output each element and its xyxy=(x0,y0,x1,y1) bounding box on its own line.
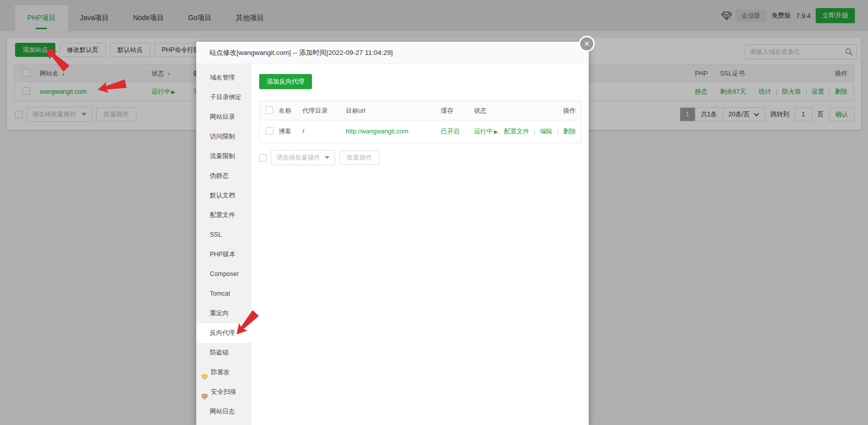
proxy-header-actions: 操作 xyxy=(563,106,576,115)
app-window: PHP项目 Java项目 Node项目 Go项目 其他项目 企业版 免费版 7.… xyxy=(0,0,868,425)
proxy-action-delete[interactable]: 删除 xyxy=(563,127,576,136)
proxy-dir: / xyxy=(302,128,304,135)
modal-title: 站点修改[wangwangit.com] -- 添加时间[2022-09-27 … xyxy=(196,42,589,64)
checkbox-icon[interactable] xyxy=(266,106,273,114)
sidebar-item-subdir-bind[interactable]: 子目录绑定 xyxy=(196,88,252,107)
play-icon: ▶ xyxy=(494,129,498,134)
sidebar-item-site-dir[interactable]: 网站目录 xyxy=(196,107,252,127)
sidebar-item-tomcat[interactable]: Tomcat xyxy=(196,284,252,304)
sidebar-item-access-limit[interactable]: 访问限制 xyxy=(196,127,252,147)
proxy-header-name: 名称 xyxy=(279,106,291,115)
checkbox-icon[interactable] xyxy=(266,127,273,134)
sidebar-item-composer[interactable]: Composer xyxy=(196,264,252,284)
close-icon: ✕ xyxy=(584,40,590,48)
proxy-header-dir: 代理目录 xyxy=(302,106,328,115)
site-modify-modal: ✕ 站点修改[wangwangit.com] -- 添加时间[2022-09-2… xyxy=(196,42,589,425)
proxy-batch-apply-button[interactable]: 批量操作 xyxy=(339,151,379,165)
sidebar-item-config-file[interactable]: 配置文件 xyxy=(196,205,252,225)
modal-sidebar: 域名管理 子目录绑定 网站目录 访问限制 流量限制 伪静态 默认文档 配置文件 … xyxy=(196,64,252,425)
proxy-row-actions: 配置文件 编辑 删除 xyxy=(504,127,576,136)
sidebar-item-tamper-proof[interactable]: 防篡改 xyxy=(196,363,252,382)
sidebar-item-site-log[interactable]: 网站日志 xyxy=(196,402,252,421)
proxy-batch-checkbox[interactable] xyxy=(259,154,267,162)
proxy-action-config-file[interactable]: 配置文件 xyxy=(504,127,540,136)
proxy-header-target: 目标url xyxy=(346,106,365,115)
sidebar-item-php-version[interactable]: PHP版本 xyxy=(196,245,252,264)
proxy-name: 博客 xyxy=(279,127,291,136)
add-reverse-proxy-button[interactable]: 添加反向代理 xyxy=(259,74,312,89)
sidebar-item-domain-manage[interactable]: 域名管理 xyxy=(196,68,252,88)
proxy-batch-select-placeholder: 请选择批量操作 xyxy=(276,154,321,162)
proxy-select-all-checkbox[interactable] xyxy=(266,106,273,115)
proxy-status-label: 运行中 xyxy=(474,128,493,135)
modal-content: 添加反向代理 名称 代理目录 目标url 缓存 状态 操作 博客 / http:… xyxy=(252,64,589,425)
proxy-status-link[interactable]: 运行中▶ xyxy=(474,127,498,136)
modal-close-button[interactable]: ✕ xyxy=(579,36,595,52)
proxy-table-row: 博客 / http://wangwangit.com 已开启 运行中▶ 配置文件… xyxy=(260,120,581,143)
proxy-header-status: 状态 xyxy=(474,106,487,115)
proxy-table-header: 名称 代理目录 目标url 缓存 状态 操作 xyxy=(260,101,581,120)
proxy-batch-select[interactable]: 请选择批量操作 xyxy=(271,150,335,165)
sidebar-item-tamper-proof-label: 防篡改 xyxy=(211,369,230,376)
sidebar-item-security-scan-label: 安全扫描 xyxy=(211,388,236,395)
proxy-header-cache: 缓存 xyxy=(441,106,453,115)
sidebar-item-hotlink-protect[interactable]: 防盗链 xyxy=(196,343,252,363)
sidebar-item-traffic-limit[interactable]: 流量限制 xyxy=(196,147,252,166)
proxy-row-checkbox[interactable] xyxy=(266,127,273,136)
proxy-target-url-link[interactable]: http://wangwangit.com xyxy=(346,128,408,135)
proxy-table: 名称 代理目录 目标url 缓存 状态 操作 博客 / http://wangw… xyxy=(259,101,581,143)
sidebar-item-rewrite[interactable]: 伪静态 xyxy=(196,166,252,186)
proxy-batch-bar: 请选择批量操作 批量操作 xyxy=(259,150,379,165)
sidebar-item-ssl[interactable]: SSL xyxy=(196,225,252,245)
sidebar-item-security-scan[interactable]: 安全扫描 xyxy=(196,382,252,402)
proxy-cache-toggle[interactable]: 已开启 xyxy=(441,127,460,136)
chevron-down-icon xyxy=(325,156,330,159)
sidebar-item-default-doc[interactable]: 默认文档 xyxy=(196,186,252,205)
proxy-action-edit[interactable]: 编辑 xyxy=(540,127,563,136)
